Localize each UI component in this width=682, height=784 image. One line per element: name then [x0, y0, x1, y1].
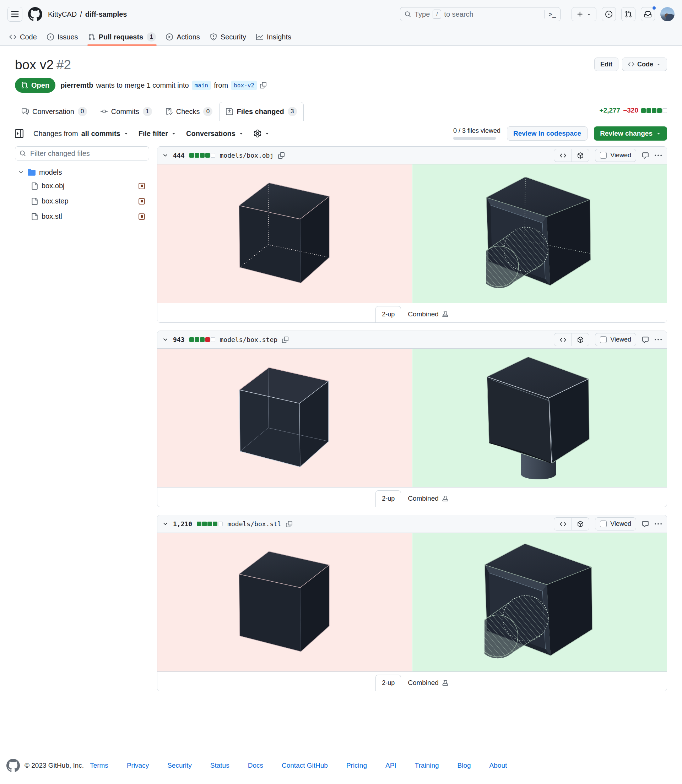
code-icon [628, 61, 634, 67]
create-new-button[interactable] [572, 7, 596, 21]
diff-settings-dropdown[interactable] [253, 130, 269, 137]
chevron-down-icon[interactable] [163, 337, 168, 343]
comment-icon[interactable] [642, 336, 649, 343]
viewed-button[interactable]: Viewed [595, 333, 636, 346]
footer-link[interactable]: Training [415, 762, 439, 770]
footer-link[interactable]: Pricing [346, 762, 367, 770]
view-mode-group [554, 333, 589, 346]
pull-requests-count: 1 [147, 32, 156, 41]
base-branch-label[interactable]: main [192, 81, 211, 90]
source-view-button[interactable] [554, 149, 572, 162]
two-up-tab[interactable]: 2-up [376, 675, 401, 691]
review-in-codespace-button[interactable]: Review in codespace [507, 126, 588, 141]
two-up-tab[interactable]: 2-up [376, 306, 401, 323]
kebab-menu-icon[interactable] [655, 520, 662, 528]
copy-icon[interactable] [282, 337, 288, 343]
footer-link[interactable]: Docs [248, 762, 263, 770]
kebab-menu-icon[interactable] [655, 336, 662, 343]
files-viewed-progressbar [453, 137, 496, 140]
footer-link[interactable]: Blog [457, 762, 471, 770]
copy-icon[interactable] [286, 521, 292, 527]
conversations-dropdown[interactable]: Conversations [186, 130, 244, 138]
rich-view-button[interactable] [572, 518, 589, 530]
code-icon [560, 152, 566, 159]
tab-files-changed[interactable]: Files changed 3 [219, 102, 303, 121]
nav-item-actions[interactable]: Actions [161, 29, 205, 45]
pr-tabnav: Conversation 0 Commits 1 Checks 0 Files … [15, 102, 667, 121]
viewed-checkbox[interactable] [600, 520, 607, 527]
nav-item-insights[interactable]: Insights [251, 29, 296, 45]
github-logo[interactable] [28, 7, 42, 21]
tree-folder-models[interactable]: models [15, 166, 149, 178]
file-icon [31, 198, 38, 205]
copy-icon[interactable] [278, 152, 285, 159]
search-input[interactable]: Type / to search >_ [400, 7, 561, 21]
footer-link[interactable]: Terms [90, 762, 108, 770]
viewed-checkbox[interactable] [600, 336, 607, 343]
cube-render-new [486, 177, 593, 291]
nav-item-security[interactable]: Security [205, 29, 251, 45]
footer-link[interactable]: API [386, 762, 397, 770]
combined-tab[interactable]: Combined [408, 675, 449, 691]
nav-item-issues[interactable]: Issues [42, 29, 83, 45]
issues-button[interactable] [602, 7, 616, 21]
file-filter-dropdown[interactable]: File filter [139, 130, 176, 138]
nav-item-code[interactable]: Code [4, 29, 42, 45]
copy-icon[interactable] [260, 82, 266, 88]
inbox-button[interactable] [641, 7, 655, 21]
comment-icon[interactable] [642, 520, 649, 528]
breadcrumb-org[interactable]: KittyCAD [48, 10, 77, 19]
tree-file-box-stl[interactable]: box.stl [23, 209, 149, 224]
combined-tab[interactable]: Combined [408, 490, 449, 507]
pr-author[interactable]: pierremtb [61, 81, 93, 89]
file-path: models/box.step [220, 336, 278, 343]
hamburger-menu-button[interactable] [8, 7, 22, 22]
edit-button[interactable]: Edit [594, 57, 618, 71]
tab-commits[interactable]: Commits 1 [94, 102, 159, 121]
nav-item-pull-requests[interactable]: Pull requests 1 [83, 29, 161, 45]
tab-conversation[interactable]: Conversation 0 [15, 102, 94, 121]
play-icon [166, 33, 173, 40]
viewed-button[interactable]: Viewed [595, 517, 636, 531]
combined-tab[interactable]: Combined [408, 306, 449, 323]
sidebar-toggle-icon[interactable] [15, 129, 24, 138]
commit-range-dropdown[interactable]: Changes from all commits [33, 130, 129, 138]
pr-state-badge: Open [15, 78, 56, 93]
diffstat-blocks [189, 337, 215, 342]
source-view-button[interactable] [554, 333, 572, 346]
viewed-button[interactable]: Viewed [595, 149, 636, 162]
tree-file-box-step[interactable]: box.step [23, 194, 149, 209]
source-view-button[interactable] [554, 518, 572, 530]
chevron-down-icon [18, 169, 24, 175]
cube-render-old [237, 182, 332, 285]
avatar[interactable] [660, 7, 674, 21]
comment-icon[interactable] [642, 152, 649, 159]
header-divider [566, 9, 566, 19]
footer-link[interactable]: Privacy [127, 762, 149, 770]
tree-file-box-obj[interactable]: box.obj [23, 178, 149, 194]
pull-requests-button[interactable] [621, 7, 636, 21]
viewed-checkbox[interactable] [600, 152, 607, 159]
breadcrumb-repo[interactable]: diff-samples [85, 10, 127, 19]
footer-link[interactable]: Contact GitHub [282, 762, 328, 770]
footer-link[interactable]: About [489, 762, 507, 770]
files-viewed-text: 0 / 3 files viewed [453, 127, 500, 135]
head-branch-label[interactable]: box-v2 [231, 81, 257, 90]
footer-link[interactable]: Security [167, 762, 192, 770]
command-palette-icon[interactable]: >_ [545, 11, 560, 18]
tab-checks[interactable]: Checks 0 [159, 102, 220, 121]
code-button[interactable]: Code [622, 57, 667, 71]
filter-changed-files-input[interactable]: Filter changed files [15, 146, 149, 161]
git-pull-request-icon [625, 11, 632, 18]
two-up-tab[interactable]: 2-up [376, 490, 401, 507]
footer-link[interactable]: Status [210, 762, 229, 770]
review-changes-button[interactable]: Review changes [594, 126, 667, 141]
rich-view-button[interactable] [572, 149, 589, 162]
kebab-menu-icon[interactable] [655, 152, 662, 159]
chevron-down-icon[interactable] [163, 521, 168, 527]
chevron-down-icon[interactable] [163, 152, 168, 158]
search-icon [19, 150, 26, 157]
rich-view-button[interactable] [572, 333, 589, 346]
pr-header: box v2#2 Edit Code [15, 57, 667, 72]
files-viewed-progress: 0 / 3 files viewed [453, 127, 500, 140]
